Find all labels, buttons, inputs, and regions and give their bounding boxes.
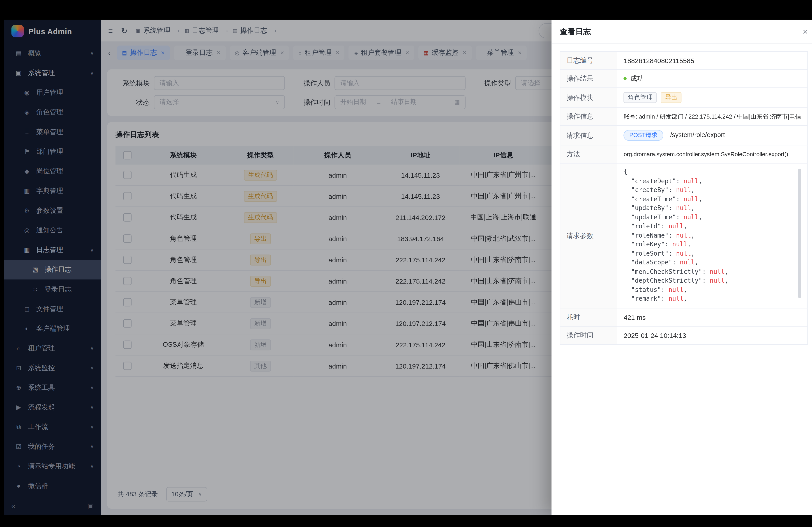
module-tags: 角色管理导出 bbox=[617, 88, 808, 107]
drawer-title: 查看日志 bbox=[560, 27, 591, 36]
method-value: org.dromara.system.controller.system.Sys… bbox=[617, 145, 808, 163]
method-row: 方法 org.dromara.system.controller.system.… bbox=[560, 145, 808, 163]
json-code-block: { "createDept": null, "createBy": null, … bbox=[624, 168, 801, 304]
field-label: 操作信息 bbox=[560, 107, 617, 125]
scrollbar-thumb[interactable] bbox=[798, 169, 801, 298]
field-label: 耗时 bbox=[560, 308, 617, 326]
success-status-dot bbox=[624, 77, 627, 80]
field-label: 请求参数 bbox=[560, 163, 617, 308]
result-value: 成功 bbox=[617, 70, 808, 88]
request-row: 请求信息 POST请求 /system/role/export bbox=[560, 125, 808, 145]
log-id-value: 1882612840802115585 bbox=[617, 51, 808, 70]
field-label: 操作结果 bbox=[560, 70, 617, 88]
params-row: 请求参数 { "createDept": null, "createBy": n… bbox=[560, 163, 808, 308]
screen: Plus Admin ▤ 概览 ∨ ▣ 系统管理 ∧ ◉ 用户管理 bbox=[0, 0, 812, 527]
post-method-badge: POST请求 bbox=[624, 130, 663, 141]
field-label: 方法 bbox=[560, 145, 617, 163]
operation-info-value: 账号: admin / 研发部门 / 222.175.114.242 / 中国|… bbox=[617, 107, 808, 125]
drawer-header: 查看日志 × bbox=[551, 20, 812, 44]
log-detail-table: 日志编号 1882612840802115585 操作结果 成功 操作模块 角色… bbox=[560, 51, 808, 345]
log-id-row: 日志编号 1882612840802115585 bbox=[560, 51, 808, 70]
field-label: 操作模块 bbox=[560, 88, 617, 107]
app-window: Plus Admin ▤ 概览 ∨ ▣ 系统管理 ∧ ◉ 用户管理 bbox=[4, 20, 812, 515]
duration-value: 421 ms bbox=[617, 308, 808, 326]
duration-row: 耗时 421 ms bbox=[560, 308, 808, 326]
module-tag: 导出 bbox=[661, 92, 682, 103]
drawer-body: 日志编号 1882612840802115585 操作结果 成功 操作模块 角色… bbox=[551, 44, 812, 352]
request-info-value: POST请求 /system/role/export bbox=[617, 125, 808, 145]
module-row: 操作模块 角色管理导出 bbox=[560, 88, 808, 107]
result-row: 操作结果 成功 bbox=[560, 70, 808, 88]
field-label: 请求信息 bbox=[560, 125, 617, 145]
time-row: 操作时间 2025-01-24 10:14:13 bbox=[560, 326, 808, 344]
operation-time-value: 2025-01-24 10:14:13 bbox=[617, 326, 808, 344]
log-detail-drawer: 查看日志 × 日志编号 1882612840802115585 操作结果 成功 bbox=[551, 20, 812, 515]
field-label: 日志编号 bbox=[560, 51, 617, 70]
info-row: 操作信息 账号: admin / 研发部门 / 222.175.114.242 … bbox=[560, 107, 808, 125]
module-tag: 角色管理 bbox=[624, 92, 657, 103]
request-params-json[interactable]: { "createDept": null, "createBy": null, … bbox=[624, 168, 801, 304]
request-params-cell: { "createDept": null, "createBy": null, … bbox=[617, 163, 808, 308]
close-icon[interactable]: × bbox=[803, 27, 808, 36]
field-label: 操作时间 bbox=[560, 326, 617, 344]
request-path: /system/role/export bbox=[670, 132, 725, 139]
